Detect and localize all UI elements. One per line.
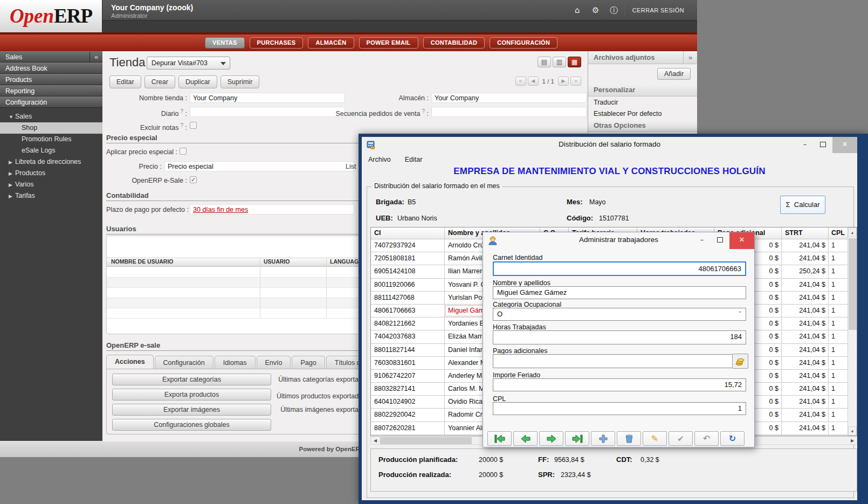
cell-cpl[interactable]: 1 (829, 344, 849, 356)
cell-cpl[interactable]: 1 (829, 409, 849, 421)
crear-button[interactable]: Crear (144, 75, 175, 88)
cell-ci[interactable]: 74072937924 (371, 239, 445, 252)
confirm-button[interactable]: ✔ (669, 431, 693, 446)
tree-item-sales[interactable]: ▼Sales (0, 111, 102, 122)
cell-ci[interactable]: 84082121662 (371, 317, 445, 330)
menu-editar[interactable]: Editar (405, 156, 423, 163)
exportar-categorias-button[interactable]: Exportar categorías (112, 374, 271, 385)
menu-ventas[interactable]: VENTAS (205, 37, 245, 49)
esale-checkbox[interactable]: ✓ (190, 176, 197, 183)
edit-record-button[interactable]: ✎ (643, 431, 667, 446)
categoria-select[interactable]: O ˅ (493, 308, 746, 321)
cell-cpl[interactable]: 1 (829, 305, 849, 317)
close-button[interactable]: ✕ (729, 232, 754, 249)
cell-ci[interactable]: 88111427068 (371, 292, 445, 304)
exportar-imagenes-button[interactable]: Exportar imágenes (112, 404, 271, 416)
logout-button[interactable]: CERRAR SESIÓN (624, 5, 690, 16)
cell-strt[interactable]: 241,04 $ (782, 344, 829, 356)
form-view-button[interactable]: ▦ (568, 57, 581, 67)
cell-ci[interactable]: 88072620281 (371, 422, 445, 434)
cell-ci[interactable]: 80011920066 (371, 279, 445, 291)
cell-cpl[interactable]: 1 (829, 279, 849, 291)
users-col-usuario[interactable]: USUARIO (260, 258, 327, 266)
undo-button[interactable]: ↶ (694, 431, 719, 446)
view-select[interactable]: Depurar Vista#703 (147, 57, 230, 70)
cell-cpl[interactable]: 1 (829, 330, 849, 343)
tab-idiomas[interactable]: Idiomas (215, 356, 256, 369)
plazo-link[interactable]: 30 días fin de mes (193, 206, 248, 213)
sidebar-item-address-book[interactable]: Address Book (0, 63, 102, 74)
minimize-button[interactable]: – (693, 232, 711, 249)
tab-envio[interactable]: Envío (257, 356, 291, 369)
tab-configuracion[interactable]: Configuración (155, 356, 213, 369)
almacen-input[interactable]: Your Company (431, 93, 587, 103)
first-record-button[interactable] (487, 431, 512, 446)
cell-ci[interactable]: 72051808181 (371, 252, 445, 265)
tree-item-libreta[interactable]: ▶Libreta de direcciones (0, 156, 102, 168)
cell-cpl[interactable]: 1 (829, 396, 849, 408)
cell-strt[interactable]: 250,24 $ (782, 265, 829, 278)
cell-cpl[interactable]: 1 (829, 265, 849, 278)
delete-record-button[interactable] (617, 431, 641, 446)
tree-item-productos[interactable]: ▶Productos (0, 168, 102, 179)
cell-cpl[interactable]: 1 (829, 252, 849, 265)
cell-cpl[interactable]: 1 (829, 422, 849, 434)
col-strt[interactable]: STRT (782, 227, 829, 239)
cell-strt[interactable]: 241,04 $ (782, 370, 829, 382)
col-cpl[interactable]: CPL (829, 227, 849, 239)
cell-cpl[interactable]: 1 (829, 317, 849, 330)
cell-strt[interactable]: 241,04 $ (782, 317, 829, 330)
cell-cpl[interactable]: 1 (829, 239, 849, 252)
cell-ci[interactable]: 88011827144 (371, 344, 445, 356)
cpl-input[interactable]: 1 (493, 402, 746, 415)
excluir-notas-checkbox[interactable] (190, 122, 197, 129)
cell-ci[interactable]: 76030831601 (371, 357, 445, 369)
scrollbar-thumb[interactable] (849, 238, 857, 330)
sidebar-item-products[interactable]: Products (0, 74, 102, 85)
scroll-left-icon[interactable]: ◀ (371, 437, 380, 444)
menu-power-email[interactable]: POWER EMAIL (359, 37, 418, 49)
menu-configuracion[interactable]: CONFIGURACIÓN (490, 37, 557, 49)
prev-record-button[interactable] (513, 431, 538, 446)
grid-view-button[interactable]: ▥ (553, 57, 566, 67)
scrollbar-thumb[interactable] (380, 437, 472, 444)
traducir-link[interactable]: Traducir (588, 96, 697, 108)
cell-ci[interactable]: 91062742207 (371, 370, 445, 382)
tree-item-promotion-rules[interactable]: Promotion Rules (0, 134, 102, 145)
sidebar-item-configuracion[interactable]: Configuración (0, 96, 102, 108)
menu-almacen[interactable]: ALMACÉN (308, 37, 354, 49)
cell-strt[interactable]: 241,04 $ (782, 396, 829, 408)
expand-icon[interactable]: » (683, 51, 697, 64)
last-record-button[interactable] (565, 431, 589, 446)
cell-cpl[interactable]: 1 (829, 357, 849, 369)
menu-purchases[interactable]: PURCHASES (250, 37, 304, 49)
minimize-button[interactable]: – (796, 137, 814, 153)
tree-item-shop[interactable]: Shop (0, 122, 102, 134)
refresh-button[interactable]: ↻ (720, 431, 745, 446)
list-view-button[interactable]: ▤ (538, 57, 551, 67)
cell-ci[interactable]: 74042037683 (371, 330, 445, 343)
info-icon[interactable]: ⓘ (606, 5, 622, 16)
pager-last-button[interactable]: » (570, 77, 581, 86)
tree-item-tarifas[interactable]: ▶Tarifas (0, 190, 102, 202)
cell-strt[interactable]: 241,04 $ (782, 330, 829, 343)
calcular-button[interactable]: Σ Calcular (780, 196, 825, 214)
tab-pago[interactable]: Pago (292, 356, 325, 369)
plazo-input[interactable]: 30 días fin de mes (190, 204, 354, 215)
worker-titlebar[interactable]: Administrar trabajadores – ✕ (483, 232, 754, 249)
cell-strt[interactable]: 241,04 $ (782, 422, 829, 434)
vertical-scrollbar[interactable]: ▲ ▼ (848, 227, 857, 436)
tree-item-varios[interactable]: ▶Varios (0, 179, 102, 190)
editar-button[interactable]: Editar (109, 75, 141, 88)
pagos-input[interactable]: 0 (493, 354, 742, 368)
precio-input[interactable]: Precio especial (164, 161, 354, 171)
pager-first-button[interactable]: « (515, 77, 526, 86)
col-ci[interactable]: CI (371, 227, 445, 239)
gear-icon[interactable]: ⚙ (588, 5, 604, 15)
users-col-nombre[interactable]: NOMBRE DE USUARIO (107, 258, 260, 266)
sidebar-item-reporting[interactable]: Reporting (0, 85, 102, 96)
maximize-button[interactable] (814, 137, 832, 153)
home-icon[interactable]: ⌂ (569, 5, 585, 15)
maximize-button[interactable] (711, 232, 729, 249)
cell-ci[interactable]: 88032827141 (371, 383, 445, 395)
